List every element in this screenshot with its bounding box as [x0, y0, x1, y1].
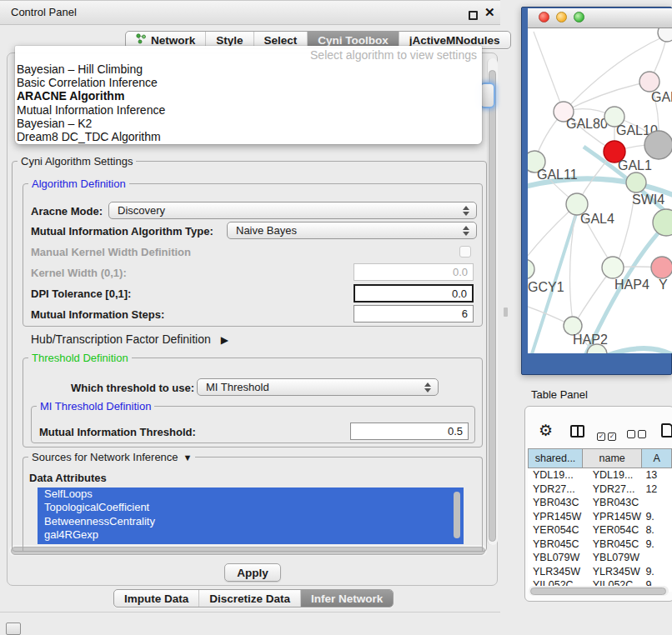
- mi-steps-label: Mutual Information Steps:: [31, 308, 164, 321]
- table-row[interactable]: YBR043CYBR043C: [528, 496, 672, 510]
- network-edge[interactable]: [534, 32, 564, 112]
- minimize-traffic-light-icon[interactable]: [556, 12, 567, 22]
- algorithm-dropdown-item[interactable]: Dream8 DC_TDC Algorithm: [15, 130, 482, 143]
- close-traffic-light-icon[interactable]: [539, 12, 549, 22]
- data-attribute-item[interactable]: SelfLoops: [38, 488, 464, 501]
- table-cell: YPR145W: [583, 510, 643, 524]
- which-threshold-value: MI Threshold: [206, 381, 269, 393]
- manual-kernel-width-checkbox[interactable]: [459, 246, 471, 258]
- table-row[interactable]: YDR27...YDR27...12: [528, 482, 672, 497]
- network-node-gcy1[interactable]: [528, 259, 534, 279]
- table-cell: YER054C: [528, 523, 583, 538]
- settings-vertical-scrollbar-thumb[interactable]: [489, 70, 496, 542]
- export-table-icon[interactable]: [661, 423, 672, 438]
- mi-steps-field[interactable]: 6: [354, 305, 474, 322]
- table-cell: YBR043C: [583, 496, 643, 510]
- data-attribute-item[interactable]: BetweennessCentrality: [38, 515, 464, 528]
- unselect-all-columns-icon[interactable]: [627, 427, 649, 442]
- mi-algorithm-type-value: Naive Bayes: [236, 224, 297, 237]
- network-node-gal[interactable]: [639, 72, 659, 92]
- apply-button-label: Apply: [237, 567, 268, 579]
- algorithm-dropdown-item[interactable]: Bayesian – Hill Climbing: [15, 62, 482, 76]
- control-panel-title: Control Panel: [11, 6, 77, 18]
- algorithm-dropdown-item[interactable]: Mutual Information Inference: [15, 103, 482, 117]
- column-header-label: shared...: [535, 452, 576, 464]
- data-attributes-label: Data Attributes: [29, 472, 107, 484]
- table-cell: YER054C: [583, 523, 643, 538]
- table-row[interactable]: YLR345WYLR345W9.: [528, 565, 672, 579]
- table-cell: 9.: [642, 538, 672, 552]
- tab-discretize-data[interactable]: Discretize Data: [198, 590, 300, 607]
- mi-algorithm-type-label: Mutual Information Algorithm Type:: [31, 225, 213, 238]
- network-node-swi4[interactable]: [626, 172, 646, 192]
- table-row[interactable]: YDL19...YDL19...13: [528, 468, 672, 482]
- mi-algorithm-type-combobox[interactable]: Naive Bayes: [227, 222, 477, 239]
- splitpane-handle[interactable]: [504, 308, 508, 317]
- which-threshold-combobox[interactable]: MI Threshold: [197, 378, 439, 396]
- algorithm-dropdown-item[interactable]: Bayesian – K2: [15, 117, 482, 130]
- table-cell: YBL079W: [528, 551, 583, 565]
- aracne-mode-value: Discovery: [118, 204, 165, 217]
- table-cell: YBL079W: [583, 551, 643, 565]
- gear-icon[interactable]: ⚙: [539, 421, 553, 440]
- table-cell: 9.: [642, 510, 672, 524]
- column-header-partial[interactable]: A: [642, 448, 672, 468]
- algorithm-dropdown-item[interactable]: ARACNE Algorithm: [15, 89, 482, 102]
- tab-select-label: Select: [264, 34, 298, 47]
- list-scrollbar-thumb[interactable]: [454, 492, 460, 538]
- network-node-hap4[interactable]: [602, 257, 624, 278]
- table-cell: YLR345W: [528, 565, 583, 579]
- aracne-mode-combobox[interactable]: Discovery: [108, 202, 477, 219]
- network-canvas[interactable]: GALGAL80GAL10GAL1GAL11SWI4GAL4HAP4YGCY1H…: [528, 28, 672, 353]
- select-all-columns-icon[interactable]: ✓✓: [597, 427, 619, 442]
- network-node-label: HAP2: [573, 332, 608, 347]
- tab-infer-network[interactable]: Infer Network: [300, 590, 393, 607]
- close-icon[interactable]: ✕: [484, 5, 495, 20]
- network-icon: [136, 33, 147, 47]
- table-cell: YBR043C: [528, 496, 583, 510]
- mi-threshold-field[interactable]: 0.5: [350, 422, 469, 440]
- tab-discretize-data-label: Discretize Data: [209, 592, 290, 605]
- table-row[interactable]: YBR045CYBR045C9.: [528, 538, 672, 552]
- table-row[interactable]: YPR145WYPR145W9.: [528, 510, 672, 524]
- algorithm-dropdown-item[interactable]: Basic Correlation Inference: [15, 76, 482, 89]
- table-cell: YBR045C: [528, 538, 583, 552]
- table-row[interactable]: YBL079WYBL079W: [528, 551, 672, 565]
- stepper-arrows-icon: [463, 226, 469, 236]
- network-node[interactable]: [658, 28, 672, 42]
- table-horizontal-scrollbar-thumb[interactable]: [530, 588, 666, 595]
- tab-impute-data[interactable]: Impute Data: [114, 590, 198, 607]
- data-attributes-list[interactable]: SelfLoopsTopologicalCoefficientBetweenne…: [38, 488, 464, 544]
- network-node[interactable]: [653, 209, 672, 236]
- network-node[interactable]: [644, 131, 672, 159]
- hub-definition-label: Hub/Transcription Factor Definition: [31, 332, 211, 346]
- table-row[interactable]: YER054CYER054C8.: [528, 523, 672, 538]
- data-attribute-item[interactable]: TopologicalCoefficient: [38, 501, 464, 514]
- network-node-label: GAL1: [618, 158, 652, 172]
- float-window-icon[interactable]: [469, 11, 478, 20]
- table-cell: YDR27...: [528, 482, 583, 497]
- tab-impute-data-label: Impute Data: [124, 592, 188, 605]
- table-header-row: shared... name A: [528, 448, 672, 468]
- dpi-tolerance-label: DPI Tolerance [0,1]:: [31, 288, 131, 300]
- kernel-width-field[interactable]: 0.0: [354, 263, 474, 281]
- aracne-mode-label: Aracne Mode:: [31, 205, 103, 218]
- column-header-shared-name[interactable]: shared...: [528, 448, 583, 468]
- hub-definition-expander[interactable]: Hub/Transcription Factor Definition ▶: [31, 332, 228, 346]
- cyni-algorithm-settings-title: Cyni Algorithm Settings: [18, 155, 136, 168]
- network-edge[interactable]: [564, 82, 649, 112]
- zoom-traffic-light-icon[interactable]: [574, 12, 584, 22]
- table-cell: YLR345W: [583, 565, 643, 579]
- network-node-label: HAP4: [614, 278, 649, 292]
- network-node-label: GAL80: [566, 117, 608, 131]
- sources-group-header[interactable]: Sources for Network Inference ▼: [28, 451, 195, 463]
- data-attribute-item[interactable]: gal4RGexp: [38, 528, 464, 542]
- apply-button[interactable]: Apply: [224, 563, 281, 582]
- docked-panel-icon[interactable]: [6, 622, 21, 635]
- column-header-name[interactable]: name: [583, 448, 642, 468]
- unchecked-box-icon: [638, 430, 646, 438]
- network-window-titlebar[interactable]: [528, 8, 672, 28]
- network-node-y[interactable]: [651, 257, 672, 278]
- columns-icon[interactable]: [570, 425, 584, 438]
- dpi-tolerance-field[interactable]: 0.0: [354, 284, 474, 302]
